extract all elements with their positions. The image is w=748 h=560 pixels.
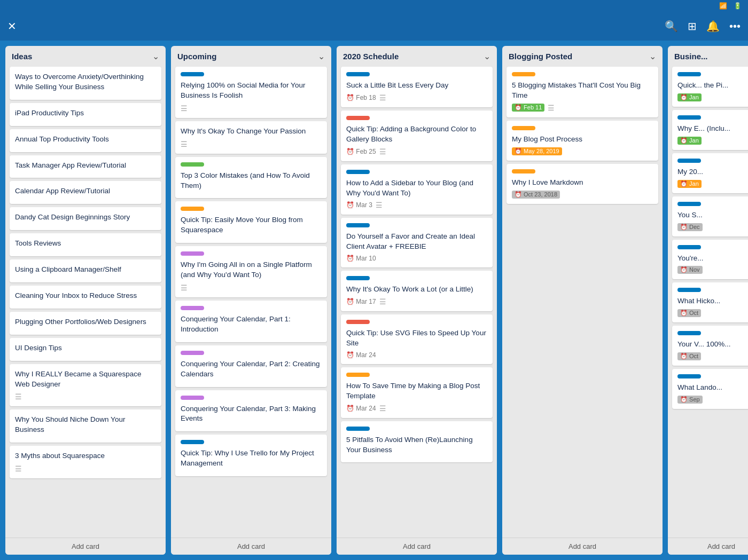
card-s6[interactable]: Quick Tip: Use SVG Files to Speed Up You… bbox=[341, 314, 493, 364]
add-card-button-ideas[interactable]: Add card bbox=[5, 538, 166, 555]
date-badge: ⏰ Oct bbox=[677, 352, 701, 360]
card-i4[interactable]: Task Manager App Review/Tutorial bbox=[10, 155, 161, 178]
card-i8[interactable]: Using a Clipboard Manager/Shelf bbox=[10, 259, 161, 282]
card-i7[interactable]: Tools Reviews bbox=[10, 233, 161, 256]
card-i10[interactable]: Plugging Other Portfolios/Web Designers bbox=[10, 312, 161, 335]
card-u5[interactable]: Why I'm Going All in on a Single Platfor… bbox=[175, 246, 327, 297]
card-meta: ⏰ Mar 3☰ bbox=[346, 201, 487, 209]
lines-icon: ☰ bbox=[379, 297, 386, 306]
card-i11[interactable]: UI Design Tips bbox=[10, 338, 161, 361]
card-label bbox=[346, 427, 370, 431]
card-title: How To Save Time by Making a Blog Post T… bbox=[346, 381, 487, 401]
card-title: 3 Myths about Squarespace bbox=[15, 451, 156, 461]
card-meta: ⏰ Nov bbox=[677, 266, 748, 274]
card-s3[interactable]: How to Add a Sidebar to Your Blog (and W… bbox=[341, 164, 493, 215]
card-s2[interactable]: Quick Tip: Adding a Background Color to … bbox=[341, 111, 493, 161]
card-title: 5 Pitfalls To Avoid When (Re)Launching Y… bbox=[346, 435, 487, 455]
card-bs6[interactable]: What Hicko...⏰ Oct bbox=[672, 282, 748, 322]
card-divider: ☰ bbox=[15, 464, 156, 473]
card-label bbox=[181, 251, 204, 256]
card-title: You S... bbox=[677, 210, 748, 220]
card-u9[interactable]: Quick Tip: Why I Use Trello for My Proje… bbox=[175, 435, 327, 476]
date-badge: ⏰ Feb 11 bbox=[512, 104, 544, 112]
add-card-button-business[interactable]: Add card bbox=[668, 538, 748, 555]
card-i2[interactable]: iPad Productivity Tips bbox=[10, 103, 161, 126]
card-label bbox=[346, 170, 370, 174]
add-card-button-schedule2020[interactable]: Add card bbox=[337, 538, 497, 555]
card-i1[interactable]: Ways to Overcome Anxiety/Overthinking Wh… bbox=[10, 67, 161, 100]
clock-icon: ⏰ Mar 17 bbox=[346, 298, 376, 305]
card-bs8[interactable]: What Lando...⏰ Sep bbox=[672, 369, 748, 409]
card-i3[interactable]: Annual Top Productivity Tools bbox=[10, 129, 161, 152]
card-bs3[interactable]: My 20...⏰ Jan bbox=[672, 153, 748, 193]
card-bs1[interactable]: Quick... the Pi...⏰ Jan bbox=[672, 67, 748, 107]
card-u3[interactable]: Top 3 Color Mistakes (and How To Avoid T… bbox=[175, 157, 327, 199]
add-card-button-upcoming[interactable]: Add card bbox=[171, 538, 331, 555]
card-title: Quick Tip: Adding a Background Color to … bbox=[346, 124, 487, 145]
card-s8[interactable]: 5 Pitfalls To Avoid When (Re)Launching Y… bbox=[341, 421, 493, 463]
clock-icon: ⏰ Feb 25 bbox=[346, 148, 376, 155]
card-i6[interactable]: Dandy Cat Design Beginnings Story bbox=[10, 207, 161, 230]
card-bs4[interactable]: You S...⏰ Dec bbox=[672, 196, 748, 236]
card-s5[interactable]: Why It's Okay To Work a Lot (or a Little… bbox=[341, 271, 493, 311]
card-bs7[interactable]: Your V... 100%...⏰ Oct bbox=[672, 326, 748, 366]
card-bs5[interactable]: You're...⏰ Nov bbox=[672, 240, 748, 280]
card-label bbox=[181, 440, 204, 444]
card-u7[interactable]: Conquering Your Calendar, Part 2: Creati… bbox=[175, 345, 327, 387]
card-title: What Lando... bbox=[677, 383, 748, 393]
card-i12[interactable]: Why I REALLY Became a Squarespace Web De… bbox=[10, 364, 161, 407]
search-icon[interactable]: 🔍 bbox=[665, 20, 678, 33]
card-title: Suck a Little Bit Less Every Day bbox=[346, 81, 487, 91]
date-badge: ⏰ Dec bbox=[677, 223, 703, 231]
card-title: Using a Clipboard Manager/Shelf bbox=[15, 265, 156, 275]
card-title: You're... bbox=[677, 254, 748, 264]
card-label bbox=[346, 276, 370, 280]
card-i9[interactable]: Cleaning Your Inbox to Reduce Stress bbox=[10, 286, 161, 309]
card-label bbox=[181, 72, 204, 76]
card-b3[interactable]: Why I Love Markdown⏰ Oct 23, 2018 bbox=[507, 164, 658, 204]
card-s7[interactable]: How To Save Time by Making a Blog Post T… bbox=[341, 367, 493, 418]
column-menu-icon[interactable]: ⌄ bbox=[318, 51, 325, 61]
cards-container-upcoming: Relying 100% on Social Media for Your Bu… bbox=[171, 67, 331, 538]
card-label bbox=[346, 223, 370, 227]
add-card-button-bloggingPosted[interactable]: Add card bbox=[502, 538, 663, 555]
card-title: Do Yourself a Favor and Create an Ideal … bbox=[346, 232, 487, 252]
card-s1[interactable]: Suck a Little Bit Less Every Day⏰ Feb 18… bbox=[341, 67, 493, 107]
column-menu-icon[interactable]: ⌄ bbox=[152, 51, 159, 61]
card-u6[interactable]: Conquering Your Calendar, Part 1: Introd… bbox=[175, 301, 327, 342]
column-schedule2020: 2020 Schedule⌄Suck a Little Bit Less Eve… bbox=[337, 46, 497, 555]
card-title: Tools Reviews bbox=[15, 239, 156, 249]
column-menu-icon[interactable]: ⌄ bbox=[484, 51, 490, 61]
card-label bbox=[346, 373, 370, 377]
column-menu-icon[interactable]: ⌄ bbox=[649, 51, 656, 61]
card-title: My Blog Post Process bbox=[512, 135, 653, 145]
layout-icon[interactable]: ⊞ bbox=[688, 20, 697, 33]
card-i13[interactable]: Why You Should Niche Down Your Business bbox=[10, 409, 161, 443]
card-b1[interactable]: 5 Blogging Mistakes That'll Cost You Big… bbox=[507, 67, 658, 117]
column-business: Busine...⌄Quick... the Pi...⏰ JanWhy E..… bbox=[668, 46, 748, 555]
card-u4[interactable]: Quick Tip: Easily Move Your Blog from Sq… bbox=[175, 201, 327, 243]
card-b2[interactable]: My Blog Post Process⏰ May 28, 2019 bbox=[507, 121, 658, 161]
card-meta: ⏰ Oct bbox=[677, 352, 748, 360]
card-label bbox=[677, 245, 701, 249]
card-bs2[interactable]: Why E... (Inclu...⏰ Jan bbox=[672, 110, 748, 150]
card-label bbox=[677, 331, 701, 335]
close-button[interactable]: ✕ bbox=[7, 20, 17, 33]
column-header-bloggingPosted: Blogging Posted⌄ bbox=[502, 46, 663, 67]
card-i14[interactable]: 3 Myths about Squarespace☰ bbox=[10, 446, 161, 478]
card-s4[interactable]: Do Yourself a Favor and Create an Ideal … bbox=[341, 218, 493, 267]
card-i5[interactable]: Calendar App Review/Tutorial bbox=[10, 181, 161, 204]
card-u8[interactable]: Conquering Your Calendar, Part 3: Making… bbox=[175, 390, 327, 432]
notification-icon[interactable]: 🔔 bbox=[706, 20, 720, 33]
header-left: ✕ bbox=[7, 20, 23, 33]
lines-icon: ☰ bbox=[379, 404, 386, 413]
card-title: My 20... bbox=[677, 167, 748, 177]
more-icon[interactable]: ••• bbox=[729, 20, 741, 33]
clock-icon: ⏰ Feb 18 bbox=[346, 94, 376, 101]
card-meta: ⏰ Feb 18☰ bbox=[346, 93, 487, 102]
card-u2[interactable]: Why It's Okay To Change Your Passion☰ bbox=[175, 121, 327, 154]
column-header-schedule2020: 2020 Schedule⌄ bbox=[337, 46, 497, 67]
card-u1[interactable]: Relying 100% on Social Media for Your Bu… bbox=[175, 67, 327, 118]
card-title: Quick... the Pi... bbox=[677, 81, 748, 91]
card-meta: ⏰ Feb 25☰ bbox=[346, 147, 487, 156]
